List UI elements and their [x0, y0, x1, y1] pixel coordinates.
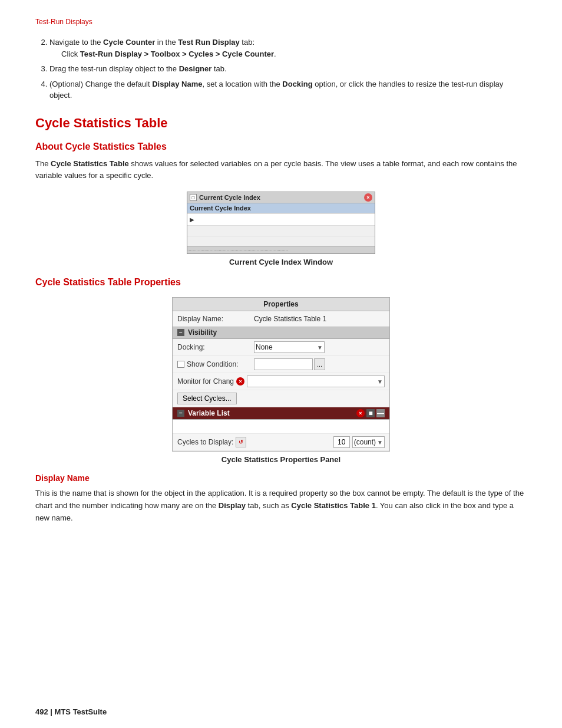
- monitor-label: Monitor for Chang: [177, 377, 234, 386]
- monitor-change-row: Monitor for Chang × ▼: [173, 373, 389, 390]
- step-list: Navigate to the Cycle Counter in the Tes…: [35, 37, 527, 101]
- variable-list-delete-icon[interactable]: ×: [356, 409, 365, 417]
- select-cycles-button[interactable]: Select Cycles...: [177, 393, 237, 404]
- display-name-row: Display Name: Cycle Statistics Table 1: [173, 311, 389, 327]
- variable-list-line-icon[interactable]: —: [376, 409, 385, 417]
- cycle-index-row-1: ▶: [187, 213, 375, 225]
- step2-bold2: Test Run Display: [178, 38, 240, 47]
- cycle-index-image-container: □ Current Cycle Index × Current Cycle In…: [35, 192, 527, 266]
- properties-caption: Cycle Statistics Properties Panel: [222, 455, 340, 464]
- about-bold: Cycle Statistics Table: [51, 159, 129, 168]
- display-name-value[interactable]: Cycle Statistics Table 1: [254, 315, 385, 323]
- cycle-index-caption: Current Cycle Index Window: [229, 258, 333, 266]
- properties-image-container: Properties Display Name: Cycle Statistic…: [35, 297, 527, 464]
- show-condition-checkbox[interactable]: [177, 361, 184, 368]
- cycle-index-titlebar: □ Current Cycle Index ×: [187, 192, 375, 203]
- docking-row: Docking: None ▼: [173, 339, 389, 356]
- footer-product: MTS TestSuite: [55, 707, 107, 716]
- cycle-index-col-header: Current Cycle Index: [187, 203, 375, 213]
- cycles-to-display-icon[interactable]: ↺: [236, 437, 246, 447]
- display-bold2: Cycle Statistics Table 1: [291, 501, 376, 510]
- select-cycles-row: Select Cycles...: [173, 390, 389, 407]
- cycles-unit-value: (count): [354, 438, 376, 446]
- variable-list-collapse-icon[interactable]: −: [177, 410, 184, 417]
- bottom-bar-text: ........................................…: [187, 247, 288, 252]
- cycle-index-window-title: Current Cycle Index: [199, 194, 260, 201]
- step2-subbold: Test-Run Display > Toolbox > Cycles > Cy…: [80, 50, 274, 58]
- variable-list-header: − Variable List × ■ —: [173, 407, 389, 420]
- step-3: Drag the test-run display object to the …: [49, 63, 527, 75]
- cycles-to-display-row: Cycles to Display: ↺ (count) ▼: [173, 434, 389, 451]
- cycle-index-window: □ Current Cycle Index × Current Cycle In…: [187, 192, 375, 254]
- properties-title: Cycle Statistics Table Properties: [35, 277, 527, 288]
- docking-label: Docking:: [177, 343, 254, 351]
- step3-bold1: Designer: [179, 64, 212, 73]
- cycle-index-row-2: [187, 225, 375, 236]
- cycles-unit-select[interactable]: (count) ▼: [352, 436, 385, 448]
- step4-bold1: Display Name: [152, 80, 202, 88]
- display-bold1: Display: [219, 501, 246, 510]
- page-footer: 492 | MTS TestSuite: [35, 707, 107, 716]
- footer-page-number: 492: [35, 707, 48, 716]
- variable-list-minus-icon[interactable]: ■: [366, 409, 375, 417]
- show-condition-label: Show Condition:: [187, 360, 238, 368]
- monitor-dropdown-arrow: ▼: [377, 378, 383, 385]
- breadcrumb: Test-Run Displays: [35, 18, 527, 26]
- cycle-index-close-button[interactable]: ×: [364, 193, 372, 202]
- about-paragraph: The Cycle Statistics Table shows values …: [35, 158, 527, 183]
- page: Test-Run Displays Navigate to the Cycle …: [0, 0, 562, 555]
- display-name-label: Display Name:: [177, 315, 254, 323]
- docking-dropdown-arrow: ▼: [317, 344, 323, 351]
- row-arrow: ▶: [190, 216, 194, 223]
- about-title: About Cycle Statistics Tables: [35, 141, 527, 152]
- docking-select[interactable]: None ▼: [254, 341, 325, 353]
- display-name-section-title: Display Name: [35, 473, 527, 483]
- show-condition-input[interactable]: [254, 358, 313, 370]
- step-2: Navigate to the Cycle Counter in the Tes…: [49, 37, 527, 60]
- variable-list-empty-area: [173, 420, 389, 434]
- step4-bold2: Docking: [282, 80, 312, 88]
- cycle-index-bottom-bar: ........................................…: [187, 246, 375, 253]
- properties-panel: Properties Display Name: Cycle Statistic…: [172, 297, 390, 452]
- display-name-paragraph: This is the name that is shown for the o…: [35, 487, 527, 524]
- show-condition-row: Show Condition: ...: [173, 356, 389, 373]
- step2-subtext: Click Test-Run Display > Toolbox > Cycle…: [61, 48, 527, 60]
- title-icon: □: [190, 194, 197, 201]
- monitor-clear-icon[interactable]: ×: [236, 377, 244, 386]
- cycles-to-display-label: Cycles to Display:: [177, 438, 233, 446]
- step2-bold1: Cycle Counter: [103, 38, 155, 47]
- cycles-unit-arrow: ▼: [377, 439, 383, 446]
- visibility-collapse-icon[interactable]: −: [177, 329, 184, 336]
- step-4: (Optional) Change the default Display Na…: [49, 78, 527, 101]
- properties-panel-header: Properties: [173, 298, 389, 311]
- monitor-select[interactable]: ▼: [247, 375, 385, 387]
- cycles-count-input[interactable]: [333, 436, 350, 448]
- visibility-section-header: − Visibility: [173, 327, 389, 339]
- docking-value: None: [256, 343, 273, 351]
- visibility-label: Visibility: [188, 328, 217, 337]
- cycle-index-row-3: [187, 236, 375, 246]
- section-title: Cycle Statistics Table: [35, 116, 527, 131]
- variable-list-icons: × ■ —: [356, 409, 385, 417]
- show-condition-browse-button[interactable]: ...: [314, 358, 325, 370]
- variable-list-label: Variable List: [188, 409, 230, 417]
